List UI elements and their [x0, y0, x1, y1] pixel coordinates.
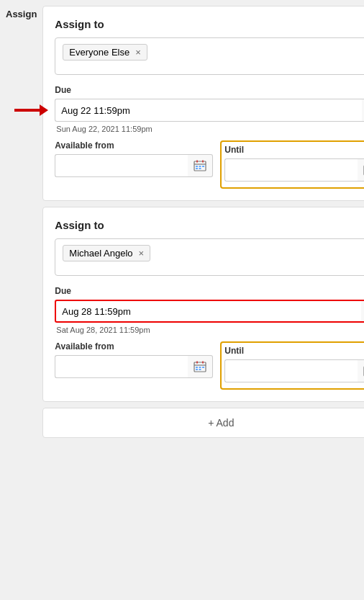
assignee-box-2[interactable]: Michael Angelo ×: [55, 238, 364, 276]
assignee-tag-2: Michael Angelo ×: [63, 245, 150, 261]
due-section-2: Due: [55, 286, 364, 334]
until-input-2[interactable]: [224, 359, 358, 382]
calendar-icon-avail-2: [194, 360, 206, 373]
available-from-label-1: Available from: [55, 140, 213, 151]
svg-rect-14: [199, 166, 201, 167]
svg-rect-15: [202, 166, 204, 167]
svg-rect-12: [202, 161, 204, 163]
available-from-input-2[interactable]: [55, 355, 188, 378]
svg-rect-40: [196, 367, 198, 368]
svg-rect-41: [199, 367, 201, 368]
until-label-1: Until: [224, 145, 364, 155]
assign-card-1: × Assign to Everyone Else × Due: [42, 6, 364, 201]
due-label-1: Due: [55, 85, 364, 95]
sidebar: Assign: [0, 0, 42, 600]
due-label-2: Due: [55, 286, 364, 296]
available-from-group-1: Available from: [55, 140, 213, 189]
svg-rect-44: [199, 369, 201, 370]
svg-rect-43: [196, 369, 198, 370]
assignee-box-1[interactable]: Everyone Else ×: [55, 37, 364, 75]
available-until-row-2: Available from: [55, 341, 364, 390]
red-arrow-indicator: [14, 104, 48, 116]
assign-to-title-1: Assign to: [55, 18, 364, 30]
until-wrapper-2: Until: [220, 341, 364, 390]
svg-rect-11: [196, 161, 198, 163]
svg-rect-38: [196, 362, 198, 364]
due-calendar-button-2[interactable]: [361, 300, 364, 323]
svg-rect-16: [196, 168, 198, 169]
until-input-1[interactable]: [224, 158, 358, 182]
available-from-calendar-button-2[interactable]: [188, 355, 213, 378]
assignee-remove-2[interactable]: ×: [139, 248, 145, 259]
assign-card-2: × Assign to Michael Angelo × Due: [42, 207, 364, 402]
due-date-input-1[interactable]: [55, 99, 362, 122]
due-section-1: Due: [55, 85, 364, 133]
until-date-row-1: [224, 158, 364, 182]
until-calendar-button-1[interactable]: [358, 158, 364, 182]
assignee-remove-1[interactable]: ×: [135, 47, 141, 58]
until-calendar-button-2[interactable]: [358, 359, 364, 382]
sidebar-label: Assign: [6, 9, 37, 19]
due-date-row-2: [55, 300, 364, 323]
due-hint-2: Sat Aug 28, 2021 11:59pm: [56, 326, 364, 334]
available-from-date-row-2: [55, 355, 213, 378]
available-from-label-2: Available from: [55, 341, 213, 352]
available-from-calendar-button-1[interactable]: [188, 154, 213, 177]
add-button[interactable]: + Add: [42, 408, 364, 438]
calendar-icon-avail-1: [194, 159, 206, 172]
available-from-input-1[interactable]: [55, 154, 188, 177]
assignee-name-2: Michael Angelo: [69, 248, 132, 259]
svg-rect-42: [202, 367, 204, 368]
until-date-row-2: [224, 359, 364, 382]
assignee-name-1: Everyone Else: [69, 47, 129, 58]
svg-rect-39: [202, 362, 204, 364]
until-wrapper-1: Until: [220, 140, 364, 189]
available-from-date-row-1: [55, 154, 213, 177]
due-date-input-2[interactable]: [55, 300, 361, 323]
until-label-2: Until: [224, 346, 364, 356]
red-arrow-icon: [14, 104, 48, 116]
assign-to-title-2: Assign to: [55, 219, 364, 231]
main-content: × Assign to Everyone Else × Due: [42, 0, 364, 600]
due-hint-1: Sun Aug 22, 2021 11:59pm: [56, 125, 364, 133]
until-group-1: Until: [220, 140, 364, 189]
until-group-2: Until: [220, 341, 364, 390]
available-until-row-1: Available from: [55, 140, 364, 189]
svg-rect-13: [196, 166, 198, 167]
available-from-group-2: Available from: [55, 341, 213, 390]
svg-rect-17: [199, 168, 201, 169]
assignee-tag-1: Everyone Else ×: [63, 44, 147, 61]
due-date-row-1: [55, 99, 364, 122]
